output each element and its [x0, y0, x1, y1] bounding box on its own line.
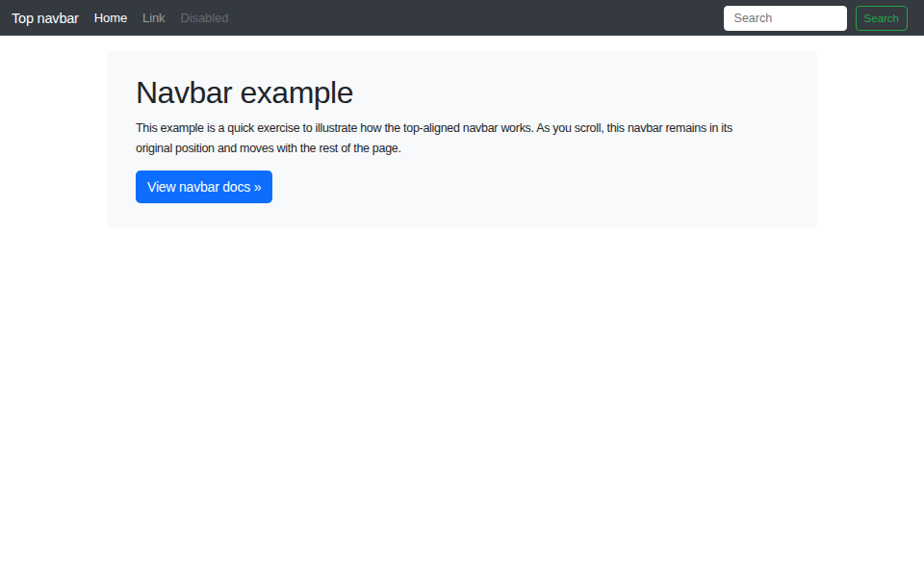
view-navbar-docs-button[interactable]: View navbar docs » [136, 171, 272, 203]
lead-line-2: original position and moves with the res… [136, 139, 788, 159]
nav-link-home[interactable]: Home [87, 11, 135, 25]
top-navbar: Top navbar Home Link Disabled Search [0, 0, 924, 36]
lead-paragraph: This example is a quick exercise to illu… [136, 118, 788, 159]
lead-line-1: This example is a quick exercise to illu… [136, 118, 788, 139]
search-form: Search [724, 6, 908, 31]
navbar-brand[interactable]: Top navbar [12, 11, 79, 26]
nav-link-disabled: Disabled [172, 11, 236, 25]
page-content: Navbar example This example is a quick e… [0, 51, 924, 228]
navbar-nav: Home Link Disabled [87, 11, 237, 25]
jumbotron: Navbar example This example is a quick e… [107, 51, 817, 228]
search-button[interactable]: Search [856, 6, 908, 31]
nav-link-link[interactable]: Link [135, 11, 172, 25]
page-title: Navbar example [136, 74, 788, 111]
search-input[interactable] [724, 6, 847, 31]
